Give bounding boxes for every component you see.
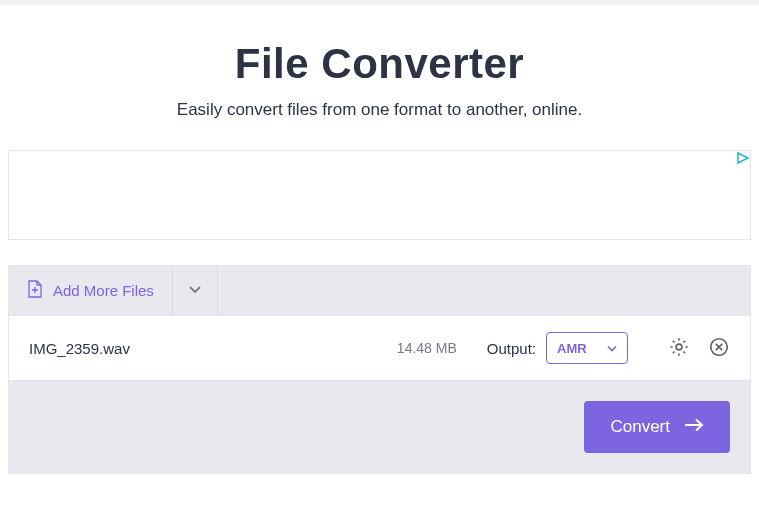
output-format-select[interactable]: AMR [546, 332, 628, 364]
gear-icon [668, 336, 690, 361]
file-name: IMG_2359.wav [29, 340, 397, 357]
close-icon [708, 336, 730, 361]
svg-marker-0 [738, 153, 748, 163]
convert-row: Convert [9, 380, 750, 473]
file-size: 14.48 MB [397, 340, 457, 356]
remove-file-button[interactable] [708, 336, 730, 361]
add-more-files-button[interactable]: Add More Files [9, 266, 173, 315]
convert-button[interactable]: Convert [584, 401, 730, 453]
convert-button-label: Convert [610, 417, 670, 437]
top-border [0, 0, 759, 5]
settings-button[interactable] [668, 336, 690, 361]
output-format-value: AMR [557, 341, 587, 356]
svg-point-1 [676, 344, 682, 350]
page-title: File Converter [8, 40, 751, 88]
file-area: Add More Files IMG_2359.wav 14.48 MB Out… [8, 265, 751, 474]
main-container: File Converter Easily convert files from… [0, 40, 759, 474]
chevron-down-icon [188, 283, 202, 298]
output-label: Output: [487, 340, 536, 357]
adchoices-icon[interactable] [735, 151, 750, 164]
chevron-down-icon [607, 339, 617, 357]
add-more-files-dropdown[interactable] [173, 266, 218, 315]
add-more-files-label: Add More Files [53, 282, 154, 299]
arrow-right-icon [684, 417, 704, 437]
file-row: IMG_2359.wav 14.48 MB Output: AMR [9, 315, 750, 380]
add-file-icon [27, 280, 43, 301]
add-row: Add More Files [9, 266, 750, 315]
page-subtitle: Easily convert files from one format to … [8, 100, 751, 120]
ad-placeholder [8, 150, 751, 240]
